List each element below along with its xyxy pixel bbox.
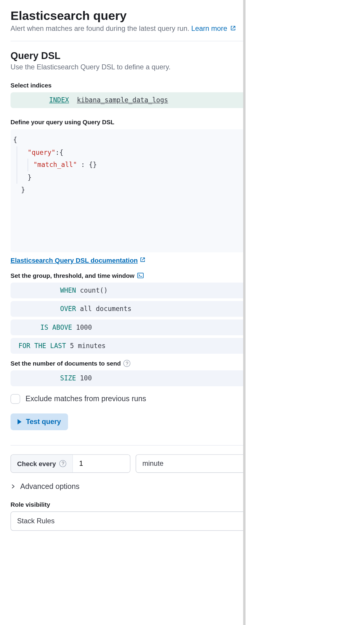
help-icon[interactable]: ? [60, 460, 67, 467]
check-every-label: Check every [17, 460, 56, 467]
when-expression[interactable]: WHEN count() [11, 283, 246, 298]
select-indices-label: Select indices [11, 82, 246, 89]
query-editor[interactable]: { "query":{ "match_all" : {} } } [11, 129, 246, 252]
chevron-right-icon [11, 483, 16, 491]
learn-more-link[interactable]: Learn more [191, 25, 236, 32]
help-icon[interactable]: ? [124, 360, 131, 367]
divider [11, 41, 246, 41]
section-subtitle: Use the Elasticsearch Query DSL to defin… [11, 63, 246, 71]
play-icon [17, 419, 21, 425]
interval-value-input[interactable] [73, 455, 130, 472]
check-every-input[interactable]: Check every ? [11, 454, 131, 473]
test-query-button[interactable]: Test query [11, 414, 68, 430]
page-subtitle: Alert when matches are found during the … [11, 25, 236, 33]
dsl-documentation-link[interactable]: Elasticsearch Query DSL documentation [11, 256, 146, 264]
documents-to-send-label: Set the number of documents to send ? [11, 360, 246, 367]
svg-rect-0 [138, 273, 143, 278]
interval-unit-select[interactable]: minute [136, 454, 246, 473]
advanced-options-toggle[interactable]: Advanced options [11, 482, 246, 491]
role-visibility-select[interactable]: Stack Rules [11, 511, 246, 531]
exclude-previous-checkbox[interactable] [11, 394, 20, 404]
define-query-label: Define your query using Query DSL [11, 119, 246, 126]
external-link-icon [139, 256, 146, 264]
external-link-icon [230, 25, 236, 33]
over-expression[interactable]: OVER all documents [11, 301, 246, 317]
page-title: Elasticsearch query [11, 9, 236, 23]
role-visibility-label: Role visibility [11, 501, 246, 508]
section-title: Query DSL [11, 50, 246, 62]
index-expression[interactable]: INDEX kibana_sample_data_logs [11, 92, 246, 108]
console-icon[interactable] [137, 272, 144, 279]
size-expression[interactable]: SIZE 100 [11, 370, 246, 386]
divider [11, 445, 246, 445]
group-threshold-label: Set the group, threshold, and time windo… [11, 272, 246, 279]
time-window-expression[interactable]: FOR THE LAST 5 minutes [11, 338, 246, 354]
exclude-previous-label: Exclude matches from previous runs [25, 395, 146, 404]
threshold-expression[interactable]: IS ABOVE 1000 [11, 319, 246, 335]
